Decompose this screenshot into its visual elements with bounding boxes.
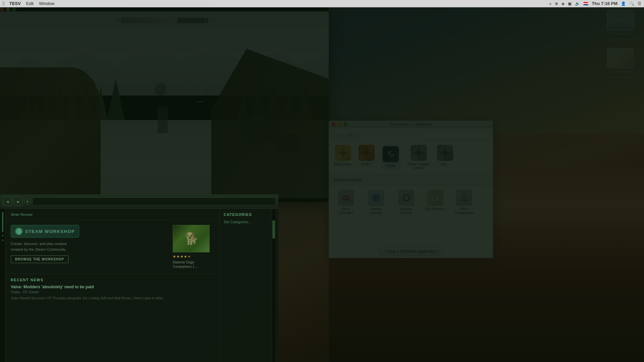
steam-icon xyxy=(16,229,21,234)
recent-news-title: RECENT NEWS xyxy=(11,278,211,282)
workshop-description: Create, discover, and play contentcreate… xyxy=(11,241,168,252)
steam-scrollbar[interactable] xyxy=(272,208,275,362)
categories-title: CATEGORIES xyxy=(224,213,268,217)
apple-menu-item[interactable]:  xyxy=(3,1,5,7)
flag-icon: 🇭🇷 xyxy=(583,1,588,6)
browse-workshop-button[interactable]: BROWSE THE WORKSHOP xyxy=(11,255,68,263)
set-categories-link[interactable]: Set Categories... xyxy=(224,220,268,224)
menu-appname[interactable]: TESV xyxy=(9,1,21,6)
sidebar-dot xyxy=(2,239,4,241)
steam-navbar: ◂ ▸ + xyxy=(0,194,278,208)
sidebar-active-indicator xyxy=(2,212,3,232)
categories-panel: CATEGORIES Set Categories... xyxy=(220,208,272,362)
news-excerpt: Gabe Newell discusses VR Thursday alongs… xyxy=(11,296,211,301)
menu-edit[interactable]: Edit xyxy=(26,1,34,6)
menu-window[interactable]: Window xyxy=(39,1,54,6)
news-meta: Friday - PC Gamer xyxy=(11,290,211,294)
mod-title: Dwemer Dogs Companions 1.... xyxy=(173,260,211,269)
menubar:  TESV Edit Window ⌾ ⊕ ◈ ▣ 🔊 🇭🇷 Thu 7:16… xyxy=(0,0,644,7)
wifi-icon: ⌾ xyxy=(549,1,551,6)
svg-point-15 xyxy=(18,231,19,232)
clock: Thu 7:16 PM xyxy=(592,1,618,6)
recent-news-section: RECENT NEWS Valve: Modders 'absolutely' … xyxy=(5,274,217,305)
search-icon[interactable]: 🔍 xyxy=(629,1,634,6)
notification-icon[interactable]: ☰ xyxy=(638,1,641,6)
write-review-link[interactable]: Write Review xyxy=(11,213,33,217)
news-headline[interactable]: Valve: Modders 'absolutely' need to be p… xyxy=(11,285,211,289)
bt-icon: ⊕ xyxy=(555,1,558,6)
steam-search-bar[interactable] xyxy=(32,197,276,205)
volume-icon: 🔊 xyxy=(575,1,580,6)
user-icon: 👤 xyxy=(621,1,626,6)
screen-icon: ▣ xyxy=(568,1,572,6)
scrollbar-thumb xyxy=(272,220,275,239)
steam-back-button[interactable]: ◂ xyxy=(3,197,12,206)
sidebar-dot xyxy=(2,235,4,237)
workshop-logo-text: STEAM WORKSHOP xyxy=(25,229,75,234)
workshop-logo: STEAM WORKSHOP xyxy=(11,225,79,238)
steam-forward-button[interactable]: ▸ xyxy=(13,197,23,206)
steam-overlay: ◂ ▸ + Write Review xyxy=(0,194,278,362)
steam-add-tab-button[interactable]: + xyxy=(24,198,31,205)
wifi2-icon: ◈ xyxy=(561,1,565,6)
mod-preview: 🐕 ★ ★ ★ ★ ★ Dwemer Dogs Companions 1.... xyxy=(173,225,211,269)
mod-star-rating: ★ ★ ★ ★ ★ xyxy=(173,254,211,259)
